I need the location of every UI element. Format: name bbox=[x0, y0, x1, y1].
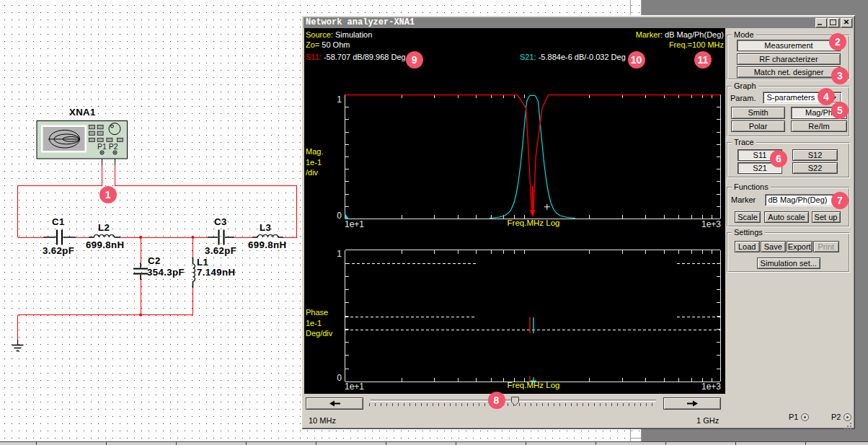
svg-text:/div: /div bbox=[306, 168, 319, 177]
svg-text:7.149nH: 7.149nH bbox=[197, 267, 235, 278]
svg-text:1e-1: 1e-1 bbox=[306, 319, 322, 327]
svg-text:P1 P2: P1 P2 bbox=[97, 142, 118, 151]
svg-text:Freq.MHz Log: Freq.MHz Log bbox=[508, 219, 560, 227]
svg-text:Freq.MHz Log: Freq.MHz Log bbox=[508, 381, 560, 389]
svg-text:Deg/div: Deg/div bbox=[306, 329, 333, 338]
svg-text:L3: L3 bbox=[260, 222, 271, 233]
svg-text:3.62pF: 3.62pF bbox=[205, 245, 236, 256]
svg-text:1e+1: 1e+1 bbox=[345, 219, 364, 229]
svg-text:Mag.: Mag. bbox=[306, 147, 323, 156]
svg-text:699.8nH: 699.8nH bbox=[248, 239, 286, 250]
svg-text:699.8nH: 699.8nH bbox=[86, 239, 124, 250]
svg-text:1e-1: 1e-1 bbox=[306, 158, 322, 167]
svg-text:C3: C3 bbox=[214, 216, 227, 227]
svg-text:XNA1: XNA1 bbox=[69, 107, 96, 118]
svg-text:Phase: Phase bbox=[306, 308, 328, 317]
svg-text:L1: L1 bbox=[197, 257, 208, 268]
svg-text:C2: C2 bbox=[148, 255, 161, 266]
svg-text:0: 0 bbox=[337, 373, 342, 383]
svg-text:C1: C1 bbox=[52, 216, 65, 227]
svg-text:3.62pF: 3.62pF bbox=[43, 245, 74, 256]
svg-text:354.3pF: 354.3pF bbox=[147, 267, 185, 278]
svg-text:1: 1 bbox=[337, 94, 342, 105]
svg-text:1e+3: 1e+3 bbox=[701, 382, 721, 392]
svg-text:1e+1: 1e+1 bbox=[345, 382, 364, 392]
svg-text:1: 1 bbox=[337, 249, 342, 259]
svg-text:1e+3: 1e+3 bbox=[701, 219, 721, 229]
svg-text:0: 0 bbox=[337, 211, 342, 221]
svg-text:L2: L2 bbox=[98, 222, 110, 233]
